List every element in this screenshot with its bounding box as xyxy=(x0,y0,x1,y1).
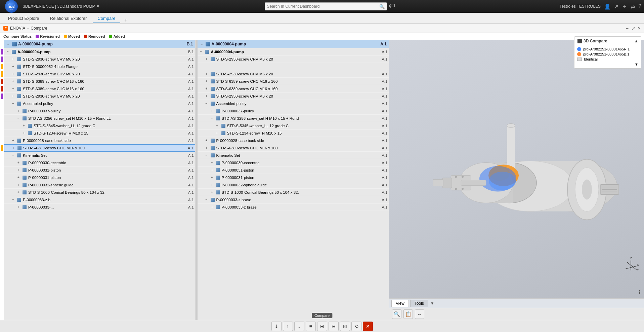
tree-row[interactable]: −Assembled pulleyA.1 xyxy=(198,100,389,107)
expand-button[interactable]: + xyxy=(11,94,15,99)
tree-row[interactable]: −STD-AS-3256-screw_set H M10 x 15 + Rond… xyxy=(4,115,195,122)
share-icon[interactable]: ↗ xyxy=(614,3,618,10)
tree-row[interactable]: −P-00000033-z braseA.1 xyxy=(198,196,389,204)
left-root-expand[interactable]: − xyxy=(6,42,11,46)
tree-row[interactable]: +P-00000030-eccentricA.1 xyxy=(4,159,195,167)
collaborate-icon[interactable]: ⇄ xyxy=(631,3,635,10)
expand-button[interactable]: − xyxy=(204,101,209,106)
tools-tab[interactable]: Tools xyxy=(410,300,428,307)
tools-expand-icon[interactable]: ▼ xyxy=(430,301,434,306)
tree-row[interactable]: +STD-S-2930-screw CHV M6 x 20A.1 xyxy=(4,70,195,78)
move-first-button[interactable]: ⤓ xyxy=(271,322,282,331)
arrows-view-btn[interactable]: ↔ xyxy=(415,309,424,319)
expand-button[interactable]: − xyxy=(16,116,21,121)
tree-row[interactable]: +STD-S-6389-screw CHC M16 x 160A.1 xyxy=(4,85,195,93)
expand-button[interactable]: + xyxy=(210,205,214,210)
tree-row[interactable]: −Kinematic SetA.1 xyxy=(4,152,195,159)
tree-row[interactable]: +STD-S-6389-screw CHC M16 x 160A.1 xyxy=(4,78,195,85)
viewport-3d[interactable]: Z X Y ℹ xyxy=(389,40,644,298)
expand-button[interactable]: − xyxy=(5,49,10,54)
expand-button[interactable]: + xyxy=(204,72,209,76)
expand-button[interactable]: + xyxy=(204,79,209,84)
expand-button[interactable]: + xyxy=(16,190,21,195)
tree-row[interactable]: +STD-S-5345-washer_LL 12 grade CA.1 xyxy=(4,122,195,130)
expand-button[interactable]: + xyxy=(210,109,214,113)
expand-button[interactable]: − xyxy=(11,197,15,202)
view-tab[interactable]: View xyxy=(391,300,409,307)
tab-compare[interactable]: Compare xyxy=(93,14,120,23)
tree-row[interactable]: +P-00000037-pulleyA.1 xyxy=(4,107,195,115)
move-up-button[interactable]: ↑ xyxy=(283,322,293,331)
tree-row[interactable]: +STD-S-1000-Conical Bearings 50 x 104 x … xyxy=(198,189,389,196)
tree-row[interactable]: −P-00000033-z b...A.1 xyxy=(4,196,195,204)
tree-row[interactable]: −A-00000004-pumpB.1 xyxy=(4,48,195,56)
tree-row[interactable]: +STD-S-5345-washer_LL 12 grade CA.1 xyxy=(198,122,389,130)
legend-scroll-up[interactable]: ▲ xyxy=(634,40,638,43)
expand-button[interactable]: + xyxy=(16,205,21,210)
app-logo[interactable]: 3DS xyxy=(3,0,20,13)
expand-button[interactable]: − xyxy=(210,116,214,121)
refresh-button[interactable]: ⟲ xyxy=(351,322,361,331)
tree-row[interactable]: +STD-S-2930-screw CHV M6 x 20A.1 xyxy=(4,56,195,63)
tree-row[interactable]: +STD-S-00000052-4 hole FlangeA.1 xyxy=(4,63,195,70)
expand-button[interactable]: + xyxy=(215,123,220,128)
expand-button[interactable]: + xyxy=(22,131,26,136)
expand-button[interactable]: + xyxy=(16,183,21,187)
expand-button[interactable]: − xyxy=(11,153,15,158)
tree-row[interactable]: +P-00000032-spheric guideA.1 xyxy=(4,181,195,189)
expand-button[interactable]: + xyxy=(204,138,209,143)
expand-button[interactable]: + xyxy=(210,175,214,180)
expand-button[interactable]: + xyxy=(204,86,209,91)
tree-row[interactable]: +P-00000031-pistonA.1 xyxy=(4,167,195,174)
tree-row[interactable]: +P-00000031-pistonA.1 xyxy=(198,174,389,181)
tab-relational-explorer[interactable]: Relational Explorer xyxy=(45,14,92,23)
expand-button[interactable]: + xyxy=(210,160,214,165)
tree-row[interactable]: +P-00000031-pistonA.1 xyxy=(4,174,195,181)
tree-row[interactable]: +STD-S-1234-screw_H M10 x 15A.1 xyxy=(198,130,389,137)
expand-button[interactable]: + xyxy=(204,57,209,62)
tree-row[interactable]: +STD-S-6389-screw CHC M16 x 160A.1 xyxy=(198,144,389,152)
help-icon[interactable]: ? xyxy=(638,3,641,9)
left-tree[interactable]: − A-00000004-pump B.1 −A-00000004-pumpB.… xyxy=(4,40,196,320)
tree-row[interactable]: +P-00000028-case back sideA.1 xyxy=(198,137,389,144)
tree-row[interactable]: +P-00000030-eccentricA.1 xyxy=(198,159,389,167)
user-icon[interactable]: 👤 xyxy=(604,3,611,10)
tree-row[interactable]: +STD-S-2930-screw CHV M6 x 20A.1 xyxy=(198,56,389,63)
add-icon[interactable]: ＋ xyxy=(622,3,627,10)
expand-button[interactable]: + xyxy=(11,72,15,76)
expand-button[interactable]: + xyxy=(16,168,21,173)
expand-button[interactable]: + xyxy=(210,168,214,173)
expand-button[interactable]: + xyxy=(204,94,209,99)
right-root-expand[interactable]: − xyxy=(200,42,204,46)
expand-button[interactable]: + xyxy=(11,79,15,84)
tree-row[interactable]: +P-00000033-z braseA.1 xyxy=(198,204,389,211)
tree-row[interactable]: +STD-S-6389-screw CHC M16 x 160A.1 xyxy=(198,78,389,85)
tree-row[interactable]: +STD-S-6389-screw CHC M16 x 160A.1 xyxy=(198,85,389,93)
expand-button[interactable]: + xyxy=(204,146,209,150)
tree-row[interactable]: +STD-S-2930-screw CHV M6 x 20A.1 xyxy=(198,93,389,100)
expand-button[interactable]: + xyxy=(11,57,15,62)
expand-button[interactable]: + xyxy=(210,190,214,195)
tree-row[interactable]: +STD-S-1000-Conical Bearings 50 x 104 x … xyxy=(4,189,195,196)
expand-button[interactable]: + xyxy=(22,123,26,128)
expand-button[interactable]: − xyxy=(204,197,209,202)
tab-add-button[interactable]: + xyxy=(122,17,130,23)
tree-row[interactable]: +P-00000037-pulleyA.1 xyxy=(198,107,389,115)
tree-row[interactable]: +P-00000031-pistonA.1 xyxy=(198,167,389,174)
search-input[interactable] xyxy=(267,4,378,9)
grid-view-button[interactable]: ⊞ xyxy=(317,322,327,331)
expand-button[interactable]: + xyxy=(16,160,21,165)
panel-view-button[interactable]: ⊟ xyxy=(329,322,339,331)
expand-button[interactable]: + xyxy=(11,86,15,91)
book-view-btn[interactable]: 📋 xyxy=(403,309,413,319)
table-view-button[interactable]: ⊠ xyxy=(340,322,350,331)
close-button[interactable]: × xyxy=(638,26,641,31)
expand-button[interactable]: + xyxy=(16,109,21,113)
tree-row[interactable]: +P-00000028-case back sideA.1 xyxy=(4,137,195,144)
expand-button[interactable]: + xyxy=(210,183,214,187)
tree-row[interactable]: −A-00000004-pumpA.1 xyxy=(198,48,389,56)
expand-button[interactable]: + xyxy=(16,175,21,180)
expand-button[interactable]: − xyxy=(199,49,204,54)
maximize-button[interactable]: ⤢ xyxy=(631,26,635,31)
list-view-button[interactable]: ≡ xyxy=(306,322,316,331)
